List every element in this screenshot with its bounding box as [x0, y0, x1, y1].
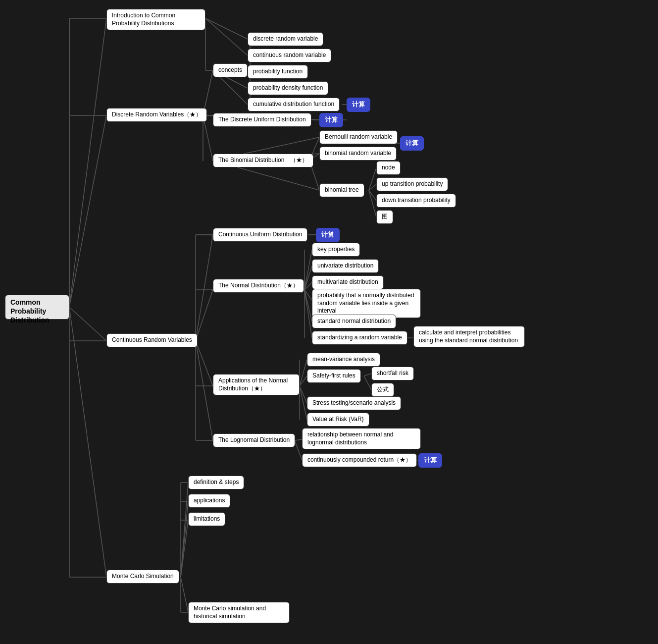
prob-density-node: probability density function — [248, 81, 328, 95]
chart-icon-node: 图 — [376, 210, 393, 224]
std-normal-node: standard normal distribution — [312, 315, 396, 328]
svg-line-61 — [364, 374, 371, 376]
svg-line-51 — [304, 290, 312, 322]
safety-first-node: Safety-first rules — [307, 369, 361, 383]
formula-icon-node: 公式 — [371, 383, 394, 397]
discrete-rv-node: Discrete Random Variables（★） — [106, 108, 207, 122]
monte-carlo-node: Monte Carlo Simulation — [106, 570, 179, 584]
svg-line-32 — [369, 168, 376, 190]
intro-node: Introduction to Common Probability Distr… — [106, 9, 205, 30]
var-node: Value at Risk (VaR) — [307, 413, 369, 427]
binomial-tree-node: binomial tree — [319, 183, 364, 197]
svg-line-34 — [369, 190, 376, 201]
univariate-node: univariate distribution — [312, 259, 379, 273]
svg-line-57 — [300, 376, 307, 386]
calc-uniform-badge[interactable]: 计算 — [316, 228, 340, 242]
cont-compounded-node: continuously compounded return（★） — [302, 453, 417, 467]
discrete-rv-leaf: discrete random variable — [248, 32, 323, 46]
svg-line-0 — [69, 18, 106, 307]
calc-interpret-node: calculate and interpret probabilities us… — [413, 326, 525, 347]
calc2-badge[interactable]: 计算 — [319, 113, 343, 127]
svg-line-64 — [295, 440, 302, 460]
applications-mc-node: applications — [188, 494, 230, 508]
def-steps-node: definition & steps — [188, 476, 244, 489]
continuous-rv-leaf: continuous random variable — [248, 49, 331, 62]
standardizing-node: standardizing a random variable — [312, 331, 407, 345]
svg-line-67 — [181, 501, 188, 577]
svg-line-33 — [369, 184, 376, 190]
svg-line-66 — [181, 483, 188, 577]
applications-normal-node: Applications of the Normal Distribution（… — [213, 374, 300, 395]
svg-line-58 — [300, 386, 307, 403]
continuous-uniform-node: Continuous Uniform Distribution — [213, 228, 307, 242]
mind-map-canvas: Common Probability Distribution Introduc… — [0, 0, 658, 644]
prob-function-node: probability function — [248, 65, 308, 79]
binomial-rv-node: binomial random variable — [319, 147, 397, 161]
up-trans-node: up transition probability — [376, 177, 448, 191]
shortfall-risk-node: shortfall risk — [371, 367, 414, 380]
prob-interval-node: probability that a normally distributed … — [312, 289, 421, 318]
mean-variance-node: mean-variance analysis — [307, 353, 380, 367]
svg-line-49 — [304, 282, 312, 290]
stress-testing-node: Stress testing/scenario analysis — [307, 396, 401, 410]
calc-ln-badge[interactable]: 计算 — [418, 453, 442, 468]
svg-line-50 — [304, 290, 312, 300]
svg-line-2 — [69, 307, 106, 341]
svg-line-56 — [300, 360, 307, 386]
node-node: node — [376, 161, 401, 175]
multivariate-node: multivariate distribution — [312, 275, 384, 289]
svg-line-3 — [69, 307, 106, 577]
svg-line-63 — [295, 439, 302, 440]
svg-line-47 — [304, 250, 312, 290]
binomial-dist-node: The Binomial Distribution （★） — [213, 154, 313, 167]
limitations-node: limitations — [188, 512, 225, 526]
svg-line-52 — [304, 290, 312, 338]
discrete-uniform-node: The Discrete Uniform Distribution — [213, 113, 311, 127]
root-node: Common Probability Distribution — [5, 295, 69, 320]
svg-line-10 — [205, 18, 248, 39]
svg-line-11 — [205, 18, 248, 55]
lognormal-node: The Lognormal Distribution — [213, 433, 295, 447]
svg-line-37 — [196, 235, 213, 341]
cumulative-dist-node: cumulative distribution function — [248, 98, 340, 111]
mc-historical-node: Monte Carlo simulation and historical si… — [188, 602, 290, 623]
normal-dist-node: The Normal Distribution（★） — [213, 279, 304, 293]
svg-line-35 — [369, 190, 376, 217]
svg-line-48 — [304, 266, 312, 290]
svg-line-69 — [181, 577, 188, 612]
calc1-badge[interactable]: 计算 — [347, 98, 370, 112]
key-props-node: key properties — [312, 243, 360, 257]
svg-line-40 — [196, 341, 213, 440]
bernoulli-node: Bernoulli random variable — [319, 130, 398, 144]
concepts-node: concepts — [213, 63, 248, 77]
continuous-rv-node: Continuous Random Variables — [106, 333, 198, 347]
svg-line-68 — [181, 520, 188, 577]
svg-line-39 — [196, 341, 213, 386]
svg-line-1 — [69, 115, 106, 307]
svg-line-24 — [203, 115, 213, 161]
svg-line-62 — [364, 376, 371, 390]
calc3-badge[interactable]: 计算 — [400, 136, 424, 151]
relationship-ln-node: relationship between normal and lognorma… — [302, 428, 421, 449]
down-trans-node: down transition probability — [376, 194, 456, 208]
svg-line-38 — [196, 290, 213, 341]
svg-line-59 — [300, 386, 307, 420]
